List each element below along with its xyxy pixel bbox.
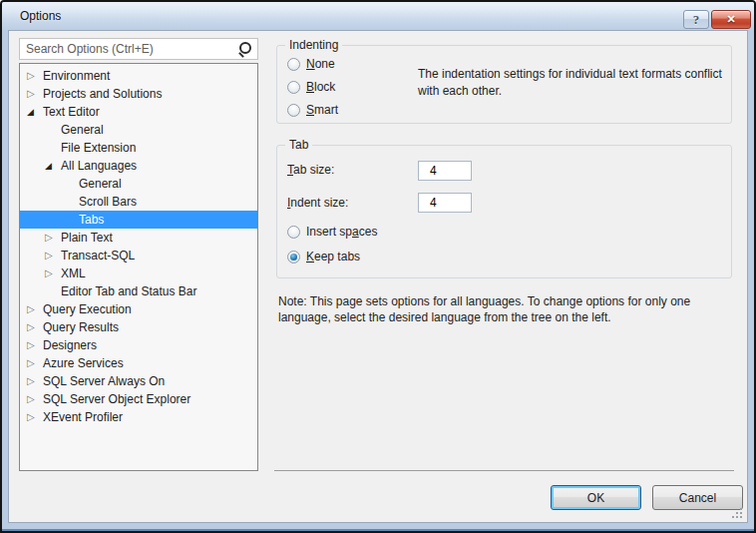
tree-item[interactable]: ▷Plain Text bbox=[20, 229, 257, 247]
options-dialog: Options ? ✕ ▷Environment▷Projects and So… bbox=[0, 0, 756, 533]
radio-insert-spaces-icon[interactable] bbox=[287, 226, 300, 239]
radio-block-label: Block bbox=[306, 80, 335, 94]
help-icon: ? bbox=[693, 12, 700, 28]
expand-arrow-icon[interactable]: ▷ bbox=[27, 67, 43, 85]
search-input[interactable] bbox=[20, 39, 237, 59]
tree-item-label: SQL Server Always On bbox=[43, 372, 165, 390]
expand-arrow-icon[interactable]: ▷ bbox=[27, 85, 43, 103]
radio-keep-tabs-icon[interactable] bbox=[287, 251, 300, 264]
tree-item-label: Designers bbox=[43, 336, 97, 354]
tree-item[interactable]: ▷Transact-SQL bbox=[20, 247, 257, 265]
tree-item-label: Projects and Solutions bbox=[43, 85, 162, 103]
search-box[interactable] bbox=[19, 38, 258, 60]
tree-item-label: Text Editor bbox=[43, 103, 100, 121]
tree-item-label: SQL Server Object Explorer bbox=[43, 390, 190, 408]
radio-none-label: None bbox=[306, 57, 335, 71]
radio-none-icon[interactable] bbox=[287, 58, 300, 71]
tree-item[interactable]: ▷Projects and Solutions bbox=[20, 85, 257, 103]
tree-item[interactable]: ▷SQL Server Object Explorer bbox=[20, 390, 257, 408]
radio-keep-tabs-label: Keep tabs bbox=[306, 250, 360, 264]
expand-arrow-icon[interactable]: ▷ bbox=[45, 247, 61, 265]
expand-arrow-icon[interactable]: ◢ bbox=[27, 103, 43, 121]
help-button[interactable]: ? bbox=[683, 10, 709, 29]
tree-item[interactable]: Tabs bbox=[20, 211, 257, 229]
tree-item-label: XEvent Profiler bbox=[43, 408, 123, 426]
footer-separator bbox=[274, 470, 734, 471]
radio-insert-spaces-label: Insert spaces bbox=[306, 225, 377, 239]
tab-group: Tab Tab size: Indent size: Insert spaces… bbox=[276, 145, 732, 278]
tree-item-label: Azure Services bbox=[43, 354, 124, 372]
expand-arrow-icon[interactable]: ▷ bbox=[27, 354, 43, 372]
dialog-client-area: ▷Environment▷Projects and Solutions◢Text… bbox=[8, 30, 748, 523]
expand-arrow-icon[interactable]: ▷ bbox=[27, 300, 43, 318]
options-tree[interactable]: ▷Environment▷Projects and Solutions◢Text… bbox=[19, 63, 258, 471]
tree-item[interactable]: ▷SQL Server Always On bbox=[20, 372, 257, 390]
tree-item-label: File Extension bbox=[61, 139, 136, 157]
tree-item[interactable]: General bbox=[20, 121, 257, 139]
tree-item-label: Plain Text bbox=[61, 229, 113, 247]
window-title: Options bbox=[20, 2, 61, 30]
tree-item[interactable]: ▷Designers bbox=[20, 336, 257, 354]
tab-size-input[interactable] bbox=[418, 161, 472, 181]
search-icon[interactable] bbox=[237, 41, 253, 57]
indent-conflict-warning: The indentation settings for individual … bbox=[418, 66, 739, 100]
all-languages-note: Note: This page sets options for all lan… bbox=[278, 293, 739, 325]
tree-item-label: Query Results bbox=[43, 318, 119, 336]
close-icon: ✕ bbox=[726, 13, 735, 26]
expand-arrow-icon[interactable]: ▷ bbox=[27, 408, 43, 426]
expand-arrow-icon[interactable]: ▷ bbox=[27, 336, 43, 354]
expand-arrow-icon[interactable]: ▷ bbox=[27, 318, 43, 336]
radio-insert-spaces[interactable]: Insert spaces bbox=[287, 225, 377, 239]
tree-item-label: General bbox=[79, 175, 122, 193]
tree-item-label: Scroll Bars bbox=[79, 193, 137, 211]
tree-item-label: Environment bbox=[43, 67, 110, 85]
tree-item[interactable]: ▷XEvent Profiler bbox=[20, 408, 257, 426]
expand-arrow-icon[interactable]: ▷ bbox=[27, 372, 43, 390]
radio-block[interactable]: Block bbox=[287, 80, 335, 94]
tree-item[interactable]: Editor Tab and Status Bar bbox=[20, 282, 257, 300]
expand-arrow-icon[interactable]: ▷ bbox=[27, 390, 43, 408]
indenting-group: Indenting None Block Smart The indentati… bbox=[276, 45, 732, 124]
tree-item[interactable]: General bbox=[20, 175, 257, 193]
tree-item[interactable]: File Extension bbox=[20, 139, 257, 157]
tree-item-label: XML bbox=[61, 265, 86, 282]
radio-smart-icon[interactable] bbox=[287, 104, 300, 117]
tree-item[interactable]: ▷Environment bbox=[20, 67, 257, 85]
ok-button[interactable]: OK bbox=[551, 485, 641, 510]
tree-item[interactable]: ▷Azure Services bbox=[20, 354, 257, 372]
tab-size-label: Tab size: bbox=[287, 160, 334, 180]
tree-item[interactable]: ◢All Languages bbox=[20, 157, 257, 175]
expand-arrow-icon[interactable]: ▷ bbox=[45, 229, 61, 247]
tree-item-label: Editor Tab and Status Bar bbox=[61, 282, 197, 300]
radio-none[interactable]: None bbox=[287, 57, 335, 71]
indent-size-label: Indent size: bbox=[287, 193, 348, 213]
tree-item-label: Tabs bbox=[79, 211, 104, 229]
expand-arrow-icon[interactable]: ▷ bbox=[45, 265, 61, 282]
tree-item-label: All Languages bbox=[61, 157, 137, 175]
indenting-group-title: Indenting bbox=[285, 38, 342, 53]
tree-item[interactable]: Scroll Bars bbox=[20, 193, 257, 211]
tree-item-label: Transact-SQL bbox=[61, 247, 135, 265]
indent-size-input[interactable] bbox=[418, 193, 472, 213]
tree-item[interactable]: ▷XML bbox=[20, 265, 257, 282]
radio-smart-label: Smart bbox=[306, 103, 338, 117]
tab-group-title: Tab bbox=[285, 138, 312, 153]
close-button[interactable]: ✕ bbox=[711, 10, 751, 29]
radio-smart[interactable]: Smart bbox=[287, 103, 338, 117]
resize-grip-icon[interactable] bbox=[731, 506, 744, 519]
title-bar[interactable]: Options ? ✕ bbox=[2, 2, 754, 30]
radio-keep-tabs[interactable]: Keep tabs bbox=[287, 250, 360, 264]
tree-item[interactable]: ▷Query Execution bbox=[20, 300, 257, 318]
tree-item-label: General bbox=[61, 121, 104, 139]
expand-arrow-icon[interactable]: ◢ bbox=[45, 157, 61, 175]
tree-item[interactable]: ◢Text Editor bbox=[20, 103, 257, 121]
cancel-button[interactable]: Cancel bbox=[652, 485, 743, 510]
tree-item[interactable]: ▷Query Results bbox=[20, 318, 257, 336]
tree-item-label: Query Execution bbox=[43, 300, 132, 318]
radio-block-icon[interactable] bbox=[287, 81, 300, 94]
